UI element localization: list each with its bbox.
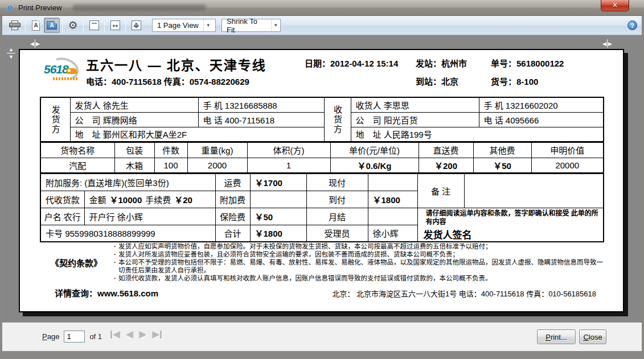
meta-date: 日期：2012-04-12 15:14 bbox=[305, 57, 416, 69]
goods-value: ￥0.6/Kg bbox=[330, 158, 419, 173]
total-label: 合计 bbox=[215, 225, 250, 242]
waybill-meta: 日期：2012-04-12 15:14 发站：杭州市 单号：5618000122… bbox=[305, 57, 604, 87]
signature-cell: 请仔细阅读运单内容和条款，签字即确认和接受 此单的所有内容 发货人签名 bbox=[417, 208, 604, 242]
contract-term-item: 发货人对所发运货物应妥善包装，且必须符合货物安全运输的要求，因包装不善而造成的货… bbox=[113, 250, 603, 258]
previous-page-icon: ◀ bbox=[126, 328, 133, 340]
meta-destination: 到站：北京 bbox=[416, 75, 491, 87]
header-footer-icon bbox=[89, 20, 99, 30]
receiver-address: 地 址 人民路199号 bbox=[351, 127, 604, 142]
first-page-icon: ◀ bbox=[113, 328, 120, 340]
ie-logo-icon: e bbox=[5, 3, 15, 13]
nav-next-page-button[interactable]: ▶ bbox=[139, 328, 146, 340]
close-window-button[interactable]: ✕ bbox=[601, 0, 629, 11]
query-info: 详情查询：www.5618.com bbox=[40, 287, 158, 299]
waybill-contact-line: 电话：400-7115618 传真：0574-88220629 bbox=[86, 75, 249, 87]
sender-phone: 电 话 400-7115618 bbox=[198, 112, 324, 127]
statusbar: Page of 1 ◀ ◀ ▶ ▶ Print... Close bbox=[2, 322, 642, 351]
contract-term-item: 本公司不予受理的货物包括但不限于：易燃、易爆、有毒、放射性、易挥发、易融化、液体… bbox=[113, 258, 603, 274]
preview-page: 5618 五六一八 — 北京、天津专线 电话：400-7115618 传真：05… bbox=[19, 49, 624, 312]
freight-value: ￥1700 bbox=[250, 174, 306, 191]
truck-icon bbox=[67, 68, 77, 74]
waybill-document: 5618 五六一八 — 北京、天津专线 电话：400-7115618 传真：05… bbox=[20, 50, 623, 311]
insurance-label: 保险费 bbox=[215, 208, 250, 225]
goods-table: 货物名称 包装 件数 重量(kg) 体积(方) 单价(元/单位) 直送费 其他费… bbox=[40, 142, 604, 174]
print-button[interactable]: Print... bbox=[537, 329, 576, 344]
company-logo: 5618 bbox=[44, 57, 85, 85]
toolbar-separator bbox=[83, 19, 84, 32]
card-cell: 卡号 9559980318888899999 bbox=[40, 225, 215, 242]
sender-address: 地 址 鄞州区和邦大厦A坐2F bbox=[70, 127, 324, 142]
waybill-title: 五六一八 — 北京、天津专线 bbox=[86, 55, 266, 74]
meta-origin: 发站：杭州市 bbox=[416, 57, 491, 69]
pay-now-value bbox=[368, 174, 417, 191]
full-page-icon: ↔ ↕ bbox=[132, 20, 141, 30]
page-label: Page bbox=[42, 332, 59, 341]
portrait-page-icon: A bbox=[32, 20, 40, 31]
full-width-icon: ↔ bbox=[110, 20, 120, 30]
shrink-to-fit-dropdown[interactable]: Shrink To Fit ▼ bbox=[221, 19, 281, 32]
surcharge-label: 附加费 bbox=[215, 191, 250, 208]
signature-label: 发货人签名 bbox=[420, 226, 601, 241]
goods-header: 其他费 bbox=[473, 142, 531, 158]
window-titlebar: e Print Preview bbox=[0, 0, 644, 16]
goods-header: 申明价值 bbox=[531, 142, 604, 158]
goods-header: 件数 bbox=[154, 142, 187, 158]
cod-label: 代收货款 bbox=[40, 191, 84, 208]
portrait-orientation-button[interactable]: A bbox=[28, 18, 44, 33]
beijing-address: 北京： 北京市海淀区五六一八大街1号 电话：400-7115618 传真：010… bbox=[332, 288, 603, 299]
page-input[interactable] bbox=[64, 331, 85, 343]
print-preview-toolbar: A A ⚙ ↔ ↔ ↕ 1 Page View ▼ Shrink To Fit … bbox=[2, 16, 642, 35]
goods-value: ￥200 bbox=[419, 158, 473, 173]
receiver-company: 公 司 阳光百货 bbox=[351, 112, 479, 127]
margin-handle-left[interactable]: ▲▼ bbox=[7, 47, 15, 60]
fees-table: 附加服务: (直送堆库)(签回单3份) 运费 ￥1700 现付 备 注 代收货款… bbox=[40, 173, 604, 242]
goods-header: 体积(方) bbox=[247, 142, 330, 158]
view-full-page-button[interactable]: ↔ ↕ bbox=[128, 18, 144, 33]
goods-value: 1 bbox=[247, 158, 330, 173]
help-icon[interactable]: ? bbox=[627, 20, 637, 30]
goods-header: 单价(元/单位) bbox=[330, 142, 419, 158]
close-dialog-button[interactable]: Close bbox=[579, 329, 606, 344]
account-name: 户名 农行 bbox=[40, 208, 84, 225]
landscape-orientation-button[interactable]: A bbox=[44, 18, 60, 33]
print-document-button[interactable] bbox=[7, 18, 23, 33]
gear-icon: ⚙ bbox=[68, 20, 77, 31]
goods-header-row: 货物名称 包装 件数 重量(kg) 体积(方) 单价(元/单位) 直送费 其他费… bbox=[40, 142, 604, 158]
landscape-page-icon: A bbox=[47, 21, 57, 30]
nav-last-page-button[interactable]: ▶ bbox=[152, 328, 162, 340]
goods-header: 包装 bbox=[114, 142, 154, 158]
sender-company: 公 司 辉腾网络 bbox=[70, 112, 198, 127]
toolbar-separator bbox=[25, 19, 26, 32]
preview-area: ◀▶ ◀▶ ▲▼ 5618 五六一八 — 北京、天津专线 电话：400-7115… bbox=[2, 35, 642, 323]
page-setup-button[interactable]: ⚙ bbox=[65, 18, 81, 33]
table-row: 地 址 鄞州区和邦大厦A坐2F 地 址 人民路199号 bbox=[40, 127, 604, 142]
sender-name: 发货人 徐先生 bbox=[70, 97, 198, 112]
page-nav-buttons: ◀ ◀ ▶ ▶ bbox=[110, 328, 162, 340]
total-value: ￥1800 bbox=[250, 225, 306, 242]
goods-value-row: 汽配 木箱 100 2000 1 ￥0.6/Kg ￥200 ￥50 20000 bbox=[40, 158, 604, 173]
waybill-footer: 详情查询：www.5618.com 北京： 北京市海淀区五六一八大街1号 电话：… bbox=[40, 287, 603, 299]
receiver-name: 收货人 李思思 bbox=[351, 97, 479, 112]
operator-value: 徐小辉 bbox=[368, 225, 417, 242]
parties-table: 发货方 发货人 徐先生 手 机 13216685888 收货方 收货人 李思思 … bbox=[40, 97, 604, 142]
nav-first-page-button[interactable]: ◀ bbox=[110, 328, 120, 340]
toolbar-separator bbox=[125, 19, 126, 32]
margin-handle-top-right[interactable]: ◀▶ bbox=[602, 39, 612, 48]
page-view-dropdown[interactable]: 1 Page View ▼ bbox=[152, 19, 216, 32]
operator-label: 受理员 bbox=[306, 225, 368, 242]
services-cell: 附加服务: (直送堆库)(签回单3份) bbox=[40, 174, 215, 191]
pay-arrival-label: 到付 bbox=[306, 191, 368, 208]
receiver-side-label: 收货方 bbox=[324, 97, 351, 142]
insurance-value: ￥50 bbox=[250, 208, 306, 225]
shrink-to-fit-value: Shrink To Fit bbox=[227, 17, 266, 34]
waybill-tables: 发货方 发货人 徐先生 手 机 13216685888 收货方 收货人 李思思 … bbox=[40, 97, 603, 242]
close-icon: ✕ bbox=[612, 1, 618, 9]
sender-side-label: 发货方 bbox=[40, 97, 70, 142]
headers-footers-toggle-button[interactable] bbox=[86, 18, 102, 33]
margin-handle-top-left[interactable]: ◀▶ bbox=[30, 39, 40, 48]
nav-previous-page-button[interactable]: ◀ bbox=[126, 328, 133, 340]
view-full-width-button[interactable]: ↔ bbox=[107, 18, 123, 33]
page-navigation: Page of 1 bbox=[42, 331, 102, 343]
meta-cargo-no: 货号：8-100 bbox=[491, 75, 604, 87]
goods-header: 直送费 bbox=[419, 142, 473, 158]
